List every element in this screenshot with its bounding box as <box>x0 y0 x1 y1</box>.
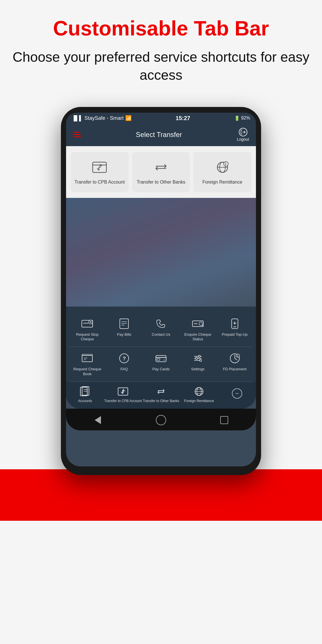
svg-rect-25 <box>82 355 92 362</box>
svg-text:$: $ <box>237 355 238 357</box>
prepaid-topup-icon <box>228 317 241 330</box>
panel-item-enquire-cheque[interactable]: Enquire Cheque Status <box>179 312 216 347</box>
logout-icon <box>239 128 247 136</box>
app-topbar: Select Transfer Logout <box>66 123 256 146</box>
pay-cards-label: Pay Cards <box>152 367 170 371</box>
contact-us-label: Contact Us <box>152 332 170 337</box>
phone-screen: Select Transfer Logout <box>66 123 256 466</box>
svg-line-20 <box>202 325 203 326</box>
pay-bills-label: Pay Bills <box>117 332 131 337</box>
android-nav-bar <box>66 409 256 430</box>
svg-rect-45 <box>82 387 89 395</box>
svg-point-40 <box>199 359 201 361</box>
panel-row-1: Request Stop Cheque Pay Bills <box>66 312 256 347</box>
foreign-remittance-label: Foreign Remittance <box>202 179 243 185</box>
recents-button[interactable] <box>218 414 230 426</box>
prepaid-topup-label: Prepaid Top-Up <box>222 332 248 337</box>
minus-icon: − <box>232 388 242 399</box>
enquire-cheque-label: Enquire Cheque Status <box>181 332 214 342</box>
tab-foreign-remittance[interactable]: Foreign Remittance <box>180 386 218 403</box>
svg-point-38 <box>198 355 200 357</box>
tab-transfer-cpb[interactable]: Transfer to CPB Account <box>104 386 142 403</box>
fd-placement-label: FD Placement <box>223 367 246 371</box>
screen-title: Select Transfer <box>136 131 182 139</box>
panel-row-2: Request Cheque Book ? FAQ <box>66 347 256 381</box>
panel-item-stop-cheque[interactable]: Request Stop Cheque <box>69 312 106 347</box>
panel-item-fd-placement[interactable]: $ FD Placement <box>216 347 253 381</box>
phone-mockup: ▐▌▌ StaySafe - Smart 📶 15:27 🔋 92% Selec… <box>61 107 261 475</box>
panel-item-settings[interactable]: Settings <box>179 347 216 381</box>
cheque-book-icon <box>81 352 94 365</box>
bottom-panel: Request Stop Cheque Pay Bills <box>66 307 256 409</box>
svg-rect-13 <box>120 319 128 329</box>
transfer-banks-label: Transfer to Other Banks <box>137 179 185 185</box>
logout-button[interactable]: Logout <box>237 128 249 142</box>
svg-point-39 <box>195 357 197 359</box>
svg-rect-44 <box>80 387 87 396</box>
enquire-cheque-icon <box>192 317 204 330</box>
sub-title: Choose your preferred service shortcuts … <box>11 48 311 84</box>
back-button[interactable] <box>92 414 104 426</box>
transfer-cpb-card[interactable]: Transfer to CPB Account <box>71 152 129 192</box>
panel-item-pay-cards[interactable]: Pay Cards <box>143 347 180 381</box>
tab-transfer-banks-label: Transfer to Other Banks <box>143 399 179 403</box>
hamburger-line <box>73 136 81 137</box>
contact-us-icon <box>155 317 167 330</box>
svg-text:$: $ <box>225 162 226 166</box>
tab-transfer-cpb-label: Transfer to CPB Account <box>104 399 142 403</box>
hamburger-menu[interactable] <box>73 132 81 137</box>
tab-accounts-label: Accounts <box>78 399 92 403</box>
cheque-book-label: Request Cheque Book <box>71 367 104 376</box>
fd-placement-icon: $ <box>228 352 241 365</box>
panel-item-faq[interactable]: ? FAQ <box>106 347 143 381</box>
panel-item-cheque-book[interactable]: Request Cheque Book <box>69 347 106 381</box>
svg-text:?: ? <box>123 356 126 361</box>
blurred-content <box>66 198 256 307</box>
transfer-cpb-icon <box>91 159 108 176</box>
pay-cards-icon <box>155 352 167 365</box>
transfer-banks-card[interactable]: Transfer to Other Banks <box>132 152 190 192</box>
back-icon <box>95 416 101 424</box>
stop-cheque-icon <box>81 317 94 330</box>
transfer-cards-area: Transfer to CPB Account Transfer to Othe… <box>66 146 256 198</box>
tab-transfer-banks[interactable]: Transfer to Other Banks <box>142 386 180 403</box>
settings-icon <box>192 352 204 365</box>
foreign-remittance-card[interactable]: $ Foreign Remittance <box>193 152 251 192</box>
logout-label: Logout <box>237 137 249 142</box>
transfer-banks-tab-icon <box>155 386 167 397</box>
faq-label: FAQ <box>120 367 128 371</box>
battery: 🔋 92% <box>234 116 250 121</box>
panel-item-prepaid-topup[interactable]: Prepaid Top-Up <box>216 312 253 347</box>
home-icon <box>156 415 166 425</box>
foreign-remittance-tab-icon <box>193 386 205 397</box>
settings-label: Settings <box>191 367 204 371</box>
faq-icon: ? <box>118 352 130 365</box>
accounts-icon <box>79 386 91 397</box>
tab-remove[interactable]: − <box>218 388 256 400</box>
red-footer <box>0 469 322 521</box>
hamburger-line <box>73 132 79 133</box>
pay-bills-icon <box>118 317 130 330</box>
panel-item-contact-us[interactable]: Contact Us <box>143 312 180 347</box>
carrier-signal: ▐▌▌ StaySafe - Smart 📶 <box>72 115 132 121</box>
recents-icon <box>220 416 228 424</box>
home-button[interactable] <box>155 414 167 426</box>
bottom-tab-bar: Accounts Transfer to CPB Account <box>66 382 256 409</box>
stop-cheque-label: Request Stop Cheque <box>71 332 104 342</box>
phone-outer: ▐▌▌ StaySafe - Smart 📶 15:27 🔋 92% Selec… <box>61 107 261 475</box>
tab-accounts[interactable]: Accounts <box>66 386 104 403</box>
svg-rect-1 <box>93 162 106 172</box>
panel-item-pay-bills[interactable]: Pay Bills <box>106 312 143 347</box>
header-section: Customisable Tab Bar Choose your preferr… <box>0 0 322 96</box>
transfer-cpb-tab-icon <box>117 386 129 397</box>
foreign-remittance-icon: $ <box>214 159 231 176</box>
status-bar: ▐▌▌ StaySafe - Smart 📶 15:27 🔋 92% <box>66 113 256 123</box>
hamburger-line <box>73 134 81 135</box>
tab-foreign-remittance-label: Foreign Remittance <box>184 399 214 403</box>
svg-rect-33 <box>157 359 160 360</box>
transfer-banks-icon <box>152 159 170 176</box>
svg-rect-26 <box>82 354 92 355</box>
transfer-cpb-label: Transfer to CPB Account <box>75 179 125 185</box>
clock: 15:27 <box>176 115 190 122</box>
main-title: Customisable Tab Bar <box>11 17 311 40</box>
